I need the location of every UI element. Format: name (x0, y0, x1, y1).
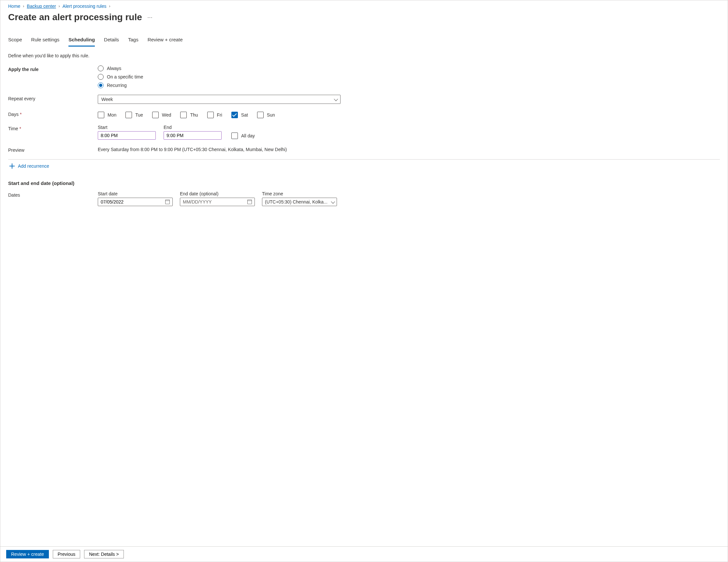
time-start-label: Start (98, 125, 156, 130)
day-sat[interactable]: Sat (231, 112, 248, 118)
tab-tags[interactable]: Tags (128, 36, 138, 47)
chevron-right-icon: › (23, 4, 24, 8)
day-mon[interactable]: Mon (98, 112, 116, 118)
days-label: Days* (8, 110, 98, 117)
day-sun[interactable]: Sun (257, 112, 275, 118)
tab-rule-settings[interactable]: Rule settings (31, 36, 60, 47)
checkbox-icon (180, 112, 187, 118)
timezone-dropdown[interactable]: (UTC+05:30) Chennai, Kolka... (262, 198, 337, 206)
repeat-every-dropdown[interactable]: Week (98, 95, 341, 104)
checkbox-icon (98, 112, 104, 118)
time-end-input[interactable] (164, 131, 222, 140)
checkbox-icon (231, 133, 238, 139)
tab-scheduling[interactable]: Scheduling (68, 36, 95, 47)
radio-icon (98, 82, 104, 88)
preview-label: Preview (8, 146, 98, 153)
all-day-checkbox[interactable]: All day (231, 133, 255, 139)
breadcrumb-alert-processing-rules[interactable]: Alert processing rules (63, 4, 107, 9)
dates-label: Dates (8, 191, 98, 198)
day-label: Mon (108, 112, 116, 118)
breadcrumb-home[interactable]: Home (8, 4, 20, 9)
footer: Review + create Previous Next: Details > (0, 546, 728, 562)
checkbox-icon (125, 112, 132, 118)
day-label: Wed (162, 112, 171, 118)
time-end-label: End (164, 125, 222, 130)
add-recurrence-button[interactable]: Add recurrence (8, 162, 720, 171)
intro-text: Define when you'd like to apply this rul… (8, 53, 720, 58)
day-label: Sat (241, 112, 248, 118)
previous-button[interactable]: Previous (53, 550, 80, 558)
repeat-every-label: Repeat every (8, 95, 98, 101)
divider (8, 159, 720, 160)
time-start-input[interactable] (98, 131, 156, 140)
radio-recurring[interactable]: Recurring (98, 82, 341, 88)
calendar-icon (165, 200, 170, 204)
checkbox-icon (257, 112, 264, 118)
checkbox-icon (231, 112, 238, 118)
radio-specific-time[interactable]: On a specific time (98, 74, 341, 80)
breadcrumb-backup-center[interactable]: Backup center (27, 4, 56, 9)
start-date-label: Start date (98, 191, 173, 196)
tab-review-create[interactable]: Review + create (148, 36, 183, 47)
radio-label: Always (107, 66, 121, 71)
day-label: Tue (135, 112, 143, 118)
chevron-down-icon (331, 199, 334, 205)
timezone-label: Time zone (262, 191, 337, 196)
review-create-button[interactable]: Review + create (6, 550, 49, 558)
checkbox-icon (207, 112, 214, 118)
checkbox-icon (152, 112, 159, 118)
radio-icon (98, 65, 104, 71)
breadcrumb: Home › Backup center › Alert processing … (8, 4, 720, 9)
day-thu[interactable]: Thu (180, 112, 198, 118)
day-tue[interactable]: Tue (125, 112, 143, 118)
time-label: Time* (8, 125, 98, 131)
preview-text: Every Saturday from 8:00 PM to 9:00 PM (… (98, 146, 341, 152)
add-recurrence-label: Add recurrence (18, 164, 49, 169)
radio-always[interactable]: Always (98, 65, 341, 71)
end-date-field[interactable] (183, 199, 247, 205)
all-day-label: All day (241, 133, 255, 138)
end-date-label: End date (optional) (180, 191, 255, 196)
day-label: Fri (217, 112, 222, 118)
tab-details[interactable]: Details (104, 36, 119, 47)
chevron-right-icon: › (59, 4, 60, 8)
start-date-field[interactable] (101, 199, 165, 205)
radio-icon (98, 74, 104, 80)
timezone-value: (UTC+05:30) Chennai, Kolka... (265, 199, 328, 205)
radio-label: On a specific time (107, 74, 143, 79)
calendar-icon (247, 200, 252, 204)
dates-section-heading: Start and end date (optional) (8, 180, 720, 186)
plus-icon (9, 164, 15, 169)
tabs: Scope Rule settings Scheduling Details T… (8, 36, 720, 47)
apply-rule-label: Apply the rule (8, 65, 98, 72)
next-button[interactable]: Next: Details > (84, 550, 124, 558)
day-wed[interactable]: Wed (152, 112, 171, 118)
tab-scope[interactable]: Scope (8, 36, 22, 47)
start-date-input[interactable] (98, 198, 173, 206)
day-label: Sun (267, 112, 275, 118)
chevron-down-icon (334, 97, 337, 102)
repeat-every-value: Week (101, 97, 113, 102)
page-title: Create an alert processing rule (8, 12, 142, 22)
more-actions-icon[interactable]: ⋯ (147, 14, 153, 21)
radio-label: Recurring (107, 83, 127, 88)
day-fri[interactable]: Fri (207, 112, 222, 118)
end-date-input[interactable] (180, 198, 255, 206)
day-label: Thu (190, 112, 198, 118)
chevron-right-icon: › (109, 4, 110, 8)
